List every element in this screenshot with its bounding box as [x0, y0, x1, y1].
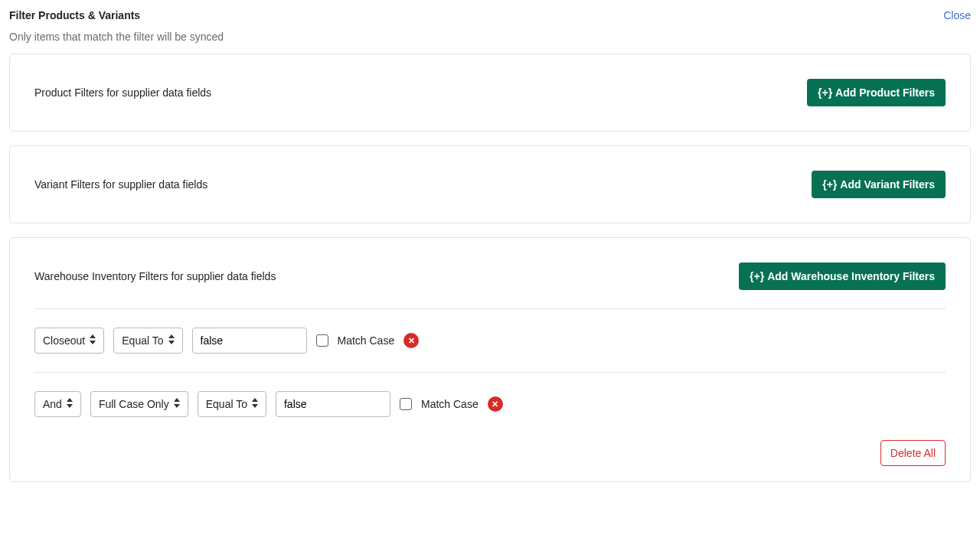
conjunction-select-value: And	[43, 398, 62, 410]
delete-rule-button[interactable]: ✕	[403, 333, 419, 348]
add-variant-filters-label: Add Variant Filters	[840, 178, 935, 191]
conjunction-select[interactable]: And	[34, 391, 81, 417]
plus-brace-icon: {+}	[822, 178, 837, 191]
operator-select[interactable]: Equal To	[113, 328, 182, 354]
operator-select-value: Equal To	[206, 398, 247, 410]
add-product-filters-label: Add Product Filters	[835, 86, 935, 99]
match-case-checkbox[interactable]	[400, 398, 412, 410]
variant-filters-card: Variant Filters for supplier data fields…	[9, 145, 971, 223]
field-select-value: Full Case Only	[99, 398, 169, 410]
add-warehouse-filters-label: Add Warehouse Inventory Filters	[767, 270, 935, 282]
plus-brace-icon: {+}	[818, 86, 832, 99]
delete-all-button[interactable]: Delete All	[880, 440, 946, 466]
add-warehouse-filters-button[interactable]: {+} Add Warehouse Inventory Filters	[739, 262, 946, 290]
value-input[interactable]	[276, 391, 390, 417]
add-variant-filters-button[interactable]: {+} Add Variant Filters	[812, 171, 946, 198]
variant-filters-label: Variant Filters for supplier data fields	[34, 178, 207, 191]
field-select[interactable]: Closeout	[34, 328, 104, 354]
plus-brace-icon: {+}	[750, 270, 764, 282]
product-filters-label: Product Filters for supplier data fields	[34, 86, 211, 99]
match-case-checkbox[interactable]	[316, 334, 328, 347]
match-case-label: Match Case	[338, 334, 395, 347]
operator-select[interactable]: Equal To	[198, 391, 266, 417]
product-filters-card: Product Filters for supplier data fields…	[9, 54, 971, 132]
warehouse-filters-label: Warehouse Inventory Filters for supplier…	[34, 270, 276, 282]
delete-rule-button[interactable]: ✕	[488, 396, 503, 412]
match-case-label: Match Case	[421, 398, 479, 410]
field-select-value: Closeout	[43, 334, 85, 347]
close-icon: ✕	[492, 399, 498, 409]
add-product-filters-button[interactable]: {+} Add Product Filters	[807, 79, 946, 106]
value-input[interactable]	[192, 328, 307, 354]
close-icon: ✕	[408, 336, 415, 346]
close-link[interactable]: Close	[943, 9, 971, 21]
field-select[interactable]: Full Case Only	[90, 391, 188, 417]
page-subtitle: Only items that match the filter will be…	[9, 31, 971, 43]
operator-select-value: Equal To	[122, 334, 163, 347]
divider	[34, 308, 946, 309]
warehouse-filters-card: Warehouse Inventory Filters for supplier…	[9, 237, 971, 482]
filter-rule-row: Closeout Equal To Match Case ✕	[34, 318, 946, 363]
filter-rule-row: And Full Case Only Equal To Match Case ✕	[34, 382, 946, 426]
page-title: Filter Products & Variants	[9, 9, 140, 21]
divider	[34, 372, 946, 373]
